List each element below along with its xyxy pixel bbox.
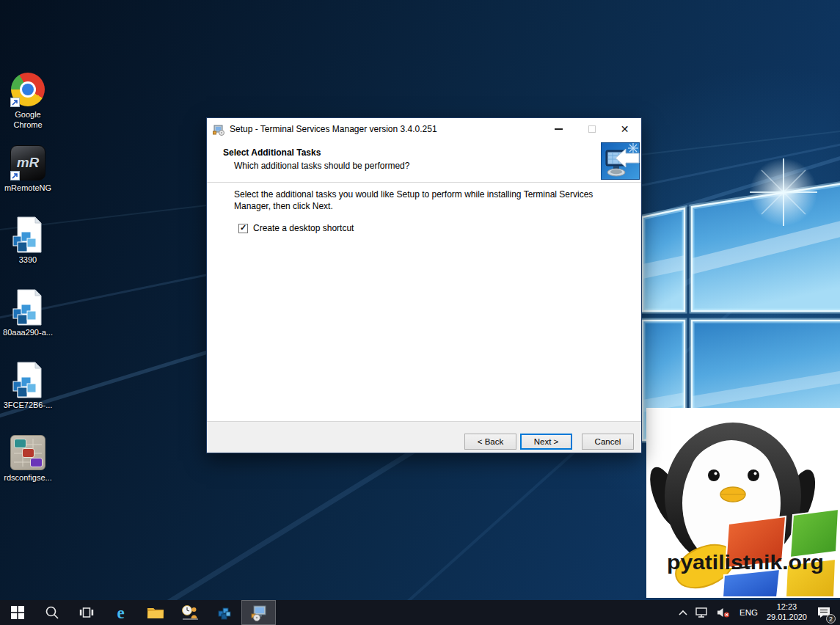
tray-date: 29.01.2020 <box>767 613 807 623</box>
wizard-body: Select the additional tasks you would li… <box>207 183 641 421</box>
desktop-icon-label: mRemoteNG <box>0 183 56 194</box>
mremoteng-logo-text: mR <box>17 155 40 171</box>
task-view-button[interactable] <box>69 600 103 625</box>
watermark-text: pyatilistnik.org <box>667 552 824 574</box>
volume-muted-icon <box>716 607 731 618</box>
desktop-icon-3390[interactable]: 3390 <box>0 216 56 266</box>
maximize-button[interactable] <box>575 118 608 140</box>
tray-time: 12:23 <box>777 602 797 613</box>
setup-wizard-window: Setup - Terminal Services Manager versio… <box>206 117 642 453</box>
minimize-icon <box>555 128 563 130</box>
desktop-icon-label: Google Chrome <box>0 110 56 131</box>
next-button[interactable]: Next > <box>520 434 572 450</box>
notification-badge: 2 <box>826 614 836 624</box>
desktop-icon-rdsconfig[interactable]: rdsconfigse... <box>0 434 56 483</box>
desktop-icon-label: rdsconfigse... <box>0 473 56 483</box>
desktop-icon-label: 80aaa290-a... <box>0 328 56 338</box>
blue-cubes-icon <box>216 604 233 621</box>
taskbar-item-setup-active[interactable] <box>241 600 276 625</box>
create-desktop-shortcut-option[interactable]: ✓ Create a desktop shortcut <box>238 223 354 233</box>
taskbar-item-installer-file[interactable] <box>207 600 241 625</box>
taskbar: e <box>0 600 840 625</box>
taskbar-item-internet-explorer[interactable]: e <box>103 600 138 625</box>
page-subtitle: Which additional tasks should be perform… <box>234 161 409 171</box>
task-view-icon <box>79 605 94 620</box>
maximize-icon <box>588 125 596 133</box>
file-explorer-icon <box>147 605 164 620</box>
installer-file-icon <box>9 288 47 326</box>
cancel-button[interactable]: Cancel <box>582 434 634 450</box>
checkbox-icon[interactable]: ✓ <box>238 224 248 233</box>
setup-app-icon <box>213 123 225 136</box>
tray-volume-muted[interactable] <box>716 600 731 625</box>
shortcut-arrow-icon <box>10 98 20 107</box>
tray-language-indicator[interactable]: ENG <box>737 600 760 625</box>
wizard-header: Select Additional Tasks Which additional… <box>207 140 641 183</box>
pyatilistnik-watermark: pyatilistnik.org <box>646 408 840 598</box>
terminal-services-manager-icon <box>601 142 640 180</box>
chevron-up-icon <box>678 609 688 616</box>
tray-chevron-up[interactable] <box>678 600 688 625</box>
close-icon: ✕ <box>621 124 629 134</box>
tray-action-center[interactable]: 2 <box>814 600 834 625</box>
tray-network[interactable] <box>695 600 709 625</box>
instruction-text: Select the additional tasks you would li… <box>234 189 614 212</box>
dialog-titlebar[interactable]: Setup - Terminal Services Manager versio… <box>207 118 641 140</box>
installer-file-icon <box>9 361 47 399</box>
desktop-icon-80aaa290[interactable]: 80aaa290-a... <box>0 288 56 338</box>
search-icon <box>45 605 59 620</box>
close-button[interactable]: ✕ <box>608 118 641 140</box>
taskbar-item-file-explorer[interactable] <box>138 600 172 625</box>
setup-installer-icon <box>250 604 268 621</box>
rdsconfig-icon <box>9 434 47 472</box>
wizard-footer: < Back Next > Cancel <box>207 421 641 453</box>
checkbox-label: Create a desktop shortcut <box>253 223 354 233</box>
search-button[interactable] <box>34 600 69 625</box>
taskbar-item-app-clock[interactable] <box>172 600 207 625</box>
installer-file-icon <box>9 216 47 254</box>
clock-person-icon <box>181 604 199 621</box>
desktop-icon-label: 3FCE72B6-... <box>0 401 56 411</box>
tray-clock[interactable]: 12:23 29.01.2020 <box>767 600 807 625</box>
dialog-title: Setup - Terminal Services Manager versio… <box>230 124 542 134</box>
windows-logo-icon <box>11 606 24 619</box>
network-icon <box>695 607 709 618</box>
minimize-button[interactable] <box>542 118 575 140</box>
back-button[interactable]: < Back <box>464 434 516 450</box>
desktop: Google Chrome mR mRemoteNG 3390 <box>0 0 840 625</box>
internet-explorer-icon: e <box>117 604 124 621</box>
desktop-icon-label: 3390 <box>0 255 56 266</box>
checkmark-icon: ✓ <box>240 224 246 232</box>
desktop-icon-mremoteng[interactable]: mR mRemoteNG <box>0 144 56 194</box>
desktop-icon-3fce72b6[interactable]: 3FCE72B6-... <box>0 361 56 411</box>
page-title: Select Additional Tasks <box>223 147 321 158</box>
desktop-icon-google-chrome[interactable]: Google Chrome <box>0 70 56 131</box>
chrome-icon <box>9 70 47 109</box>
start-button[interactable] <box>0 600 34 625</box>
mremoteng-icon: mR <box>9 144 47 182</box>
shortcut-arrow-icon <box>10 171 20 180</box>
